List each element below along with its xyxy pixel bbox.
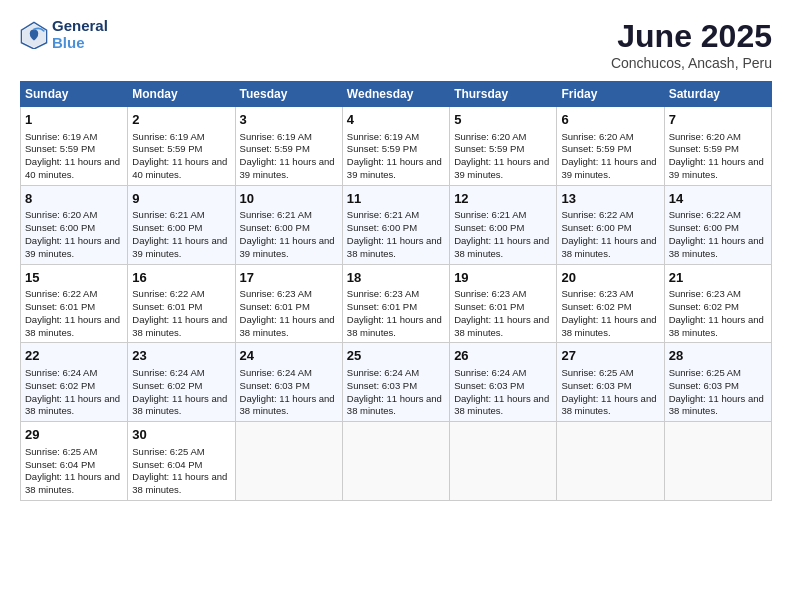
calendar-week-row: 8Sunrise: 6:20 AMSunset: 6:00 PMDaylight… (21, 185, 772, 264)
day-number: 25 (347, 347, 445, 365)
day-info: Daylight: 11 hours and 38 minutes. (240, 393, 338, 419)
calendar-cell: 16Sunrise: 6:22 AMSunset: 6:01 PMDayligh… (128, 264, 235, 343)
day-info: Daylight: 11 hours and 38 minutes. (561, 393, 659, 419)
day-number: 8 (25, 190, 123, 208)
day-info: Sunset: 6:01 PM (454, 301, 552, 314)
day-info: Sunset: 6:02 PM (561, 301, 659, 314)
calendar-cell: 25Sunrise: 6:24 AMSunset: 6:03 PMDayligh… (342, 343, 449, 422)
calendar-cell: 27Sunrise: 6:25 AMSunset: 6:03 PMDayligh… (557, 343, 664, 422)
day-info: Daylight: 11 hours and 40 minutes. (25, 156, 123, 182)
col-sunday: Sunday (21, 82, 128, 107)
day-info: Sunset: 6:03 PM (240, 380, 338, 393)
day-info: Daylight: 11 hours and 38 minutes. (669, 314, 767, 340)
day-number: 21 (669, 269, 767, 287)
calendar-cell: 7Sunrise: 6:20 AMSunset: 5:59 PMDaylight… (664, 107, 771, 186)
day-info: Daylight: 11 hours and 38 minutes. (454, 393, 552, 419)
day-info: Sunrise: 6:19 AM (240, 131, 338, 144)
day-info: Sunset: 5:59 PM (561, 143, 659, 156)
day-info: Sunset: 6:04 PM (132, 459, 230, 472)
day-info: Sunrise: 6:20 AM (454, 131, 552, 144)
col-monday: Monday (128, 82, 235, 107)
day-info: Daylight: 11 hours and 38 minutes. (132, 471, 230, 497)
day-info: Daylight: 11 hours and 39 minutes. (132, 235, 230, 261)
day-info: Sunset: 5:59 PM (669, 143, 767, 156)
day-number: 19 (454, 269, 552, 287)
day-info: Sunset: 6:02 PM (25, 380, 123, 393)
day-number: 7 (669, 111, 767, 129)
col-thursday: Thursday (450, 82, 557, 107)
day-number: 28 (669, 347, 767, 365)
day-info: Sunrise: 6:22 AM (25, 288, 123, 301)
day-info: Sunset: 6:00 PM (669, 222, 767, 235)
day-info: Sunrise: 6:21 AM (240, 209, 338, 222)
day-info: Daylight: 11 hours and 38 minutes. (25, 314, 123, 340)
calendar-cell: 11Sunrise: 6:21 AMSunset: 6:00 PMDayligh… (342, 185, 449, 264)
day-info: Sunrise: 6:22 AM (669, 209, 767, 222)
day-info: Daylight: 11 hours and 40 minutes. (132, 156, 230, 182)
calendar-cell: 30Sunrise: 6:25 AMSunset: 6:04 PMDayligh… (128, 422, 235, 501)
main-title: June 2025 (611, 18, 772, 55)
day-info: Daylight: 11 hours and 39 minutes. (561, 156, 659, 182)
day-info: Daylight: 11 hours and 38 minutes. (669, 235, 767, 261)
col-friday: Friday (557, 82, 664, 107)
day-info: Daylight: 11 hours and 38 minutes. (347, 393, 445, 419)
day-info: Daylight: 11 hours and 39 minutes. (25, 235, 123, 261)
day-number: 16 (132, 269, 230, 287)
day-info: Daylight: 11 hours and 38 minutes. (561, 314, 659, 340)
day-number: 13 (561, 190, 659, 208)
day-info: Daylight: 11 hours and 38 minutes. (240, 314, 338, 340)
day-info: Sunset: 5:59 PM (347, 143, 445, 156)
calendar-cell: 6Sunrise: 6:20 AMSunset: 5:59 PMDaylight… (557, 107, 664, 186)
calendar-cell: 19Sunrise: 6:23 AMSunset: 6:01 PMDayligh… (450, 264, 557, 343)
day-info: Daylight: 11 hours and 38 minutes. (25, 393, 123, 419)
day-number: 15 (25, 269, 123, 287)
col-saturday: Saturday (664, 82, 771, 107)
day-info: Sunset: 5:59 PM (132, 143, 230, 156)
col-tuesday: Tuesday (235, 82, 342, 107)
calendar-cell (664, 422, 771, 501)
day-info: Sunrise: 6:20 AM (561, 131, 659, 144)
calendar-cell (235, 422, 342, 501)
calendar-cell: 1Sunrise: 6:19 AMSunset: 5:59 PMDaylight… (21, 107, 128, 186)
calendar-week-row: 1Sunrise: 6:19 AMSunset: 5:59 PMDaylight… (21, 107, 772, 186)
day-info: Sunset: 6:02 PM (669, 301, 767, 314)
day-info: Sunset: 6:04 PM (25, 459, 123, 472)
day-info: Sunrise: 6:19 AM (25, 131, 123, 144)
day-info: Sunrise: 6:24 AM (454, 367, 552, 380)
day-number: 9 (132, 190, 230, 208)
day-info: Sunset: 6:03 PM (454, 380, 552, 393)
logo-text: General Blue (52, 18, 108, 51)
day-info: Daylight: 11 hours and 39 minutes. (669, 156, 767, 182)
day-number: 1 (25, 111, 123, 129)
day-info: Sunrise: 6:25 AM (25, 446, 123, 459)
day-info: Sunset: 6:00 PM (347, 222, 445, 235)
calendar-cell: 4Sunrise: 6:19 AMSunset: 5:59 PMDaylight… (342, 107, 449, 186)
calendar-cell: 15Sunrise: 6:22 AMSunset: 6:01 PMDayligh… (21, 264, 128, 343)
calendar-cell: 5Sunrise: 6:20 AMSunset: 5:59 PMDaylight… (450, 107, 557, 186)
day-info: Sunrise: 6:23 AM (240, 288, 338, 301)
day-info: Daylight: 11 hours and 39 minutes. (240, 235, 338, 261)
calendar-cell: 8Sunrise: 6:20 AMSunset: 6:00 PMDaylight… (21, 185, 128, 264)
day-info: Daylight: 11 hours and 38 minutes. (347, 235, 445, 261)
day-info: Sunset: 6:03 PM (347, 380, 445, 393)
calendar-week-row: 22Sunrise: 6:24 AMSunset: 6:02 PMDayligh… (21, 343, 772, 422)
day-info: Sunrise: 6:22 AM (561, 209, 659, 222)
day-info: Daylight: 11 hours and 39 minutes. (454, 156, 552, 182)
day-info: Sunrise: 6:21 AM (454, 209, 552, 222)
calendar-cell: 29Sunrise: 6:25 AMSunset: 6:04 PMDayligh… (21, 422, 128, 501)
day-info: Sunrise: 6:20 AM (25, 209, 123, 222)
day-info: Daylight: 11 hours and 38 minutes. (454, 235, 552, 261)
day-info: Sunset: 5:59 PM (25, 143, 123, 156)
day-info: Sunrise: 6:23 AM (347, 288, 445, 301)
day-number: 26 (454, 347, 552, 365)
day-info: Daylight: 11 hours and 38 minutes. (347, 314, 445, 340)
day-number: 22 (25, 347, 123, 365)
day-info: Sunset: 6:03 PM (561, 380, 659, 393)
day-number: 12 (454, 190, 552, 208)
day-number: 29 (25, 426, 123, 444)
calendar-cell: 2Sunrise: 6:19 AMSunset: 5:59 PMDaylight… (128, 107, 235, 186)
calendar-cell (557, 422, 664, 501)
logo: General Blue (20, 18, 108, 51)
day-number: 23 (132, 347, 230, 365)
day-info: Sunrise: 6:24 AM (132, 367, 230, 380)
